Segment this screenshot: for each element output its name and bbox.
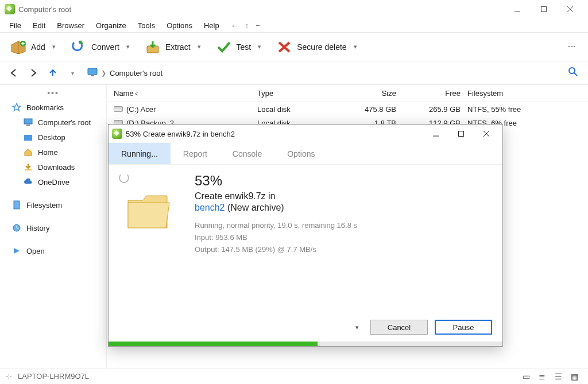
sidebar-history-label: History bbox=[26, 224, 49, 232]
window-maximize-button[interactable] bbox=[531, 0, 557, 18]
view-large-icons-button[interactable]: ▭ bbox=[518, 372, 534, 381]
menu-nav-back-icon[interactable]: ← bbox=[231, 21, 238, 30]
menu-options[interactable]: Options bbox=[161, 20, 198, 32]
column-header-filesystem[interactable]: Filesystem bbox=[464, 89, 588, 98]
dialog-close-button[interactable] bbox=[474, 126, 499, 142]
toolbar-secure-delete-button[interactable]: Secure delete ▾ bbox=[270, 36, 362, 58]
search-button[interactable] bbox=[564, 67, 582, 79]
chevron-down-icon: ▾ bbox=[354, 43, 357, 51]
nav-forward-button[interactable] bbox=[25, 65, 41, 81]
download-icon bbox=[23, 162, 33, 172]
menu-edit[interactable]: Edit bbox=[27, 20, 51, 32]
sidebar-open-label: Open bbox=[26, 247, 45, 255]
play-icon bbox=[11, 246, 22, 256]
menu-browser[interactable]: Browser bbox=[51, 20, 90, 32]
window-minimize-button[interactable] bbox=[504, 0, 531, 18]
progress-bar-fill bbox=[109, 342, 318, 346]
progress-action-text: Create enwik9.7z in bbox=[195, 191, 492, 201]
column-header-name[interactable]: Name< bbox=[114, 89, 257, 98]
svg-rect-11 bbox=[26, 125, 30, 126]
sidebar-history[interactable]: History bbox=[0, 220, 106, 235]
view-thumbnails-button[interactable]: ▦ bbox=[566, 372, 582, 381]
sidebar-item-computers-root[interactable]: Computer's root bbox=[0, 115, 106, 130]
column-header-size[interactable]: Size bbox=[349, 89, 407, 98]
view-details-button[interactable]: ☰ bbox=[550, 372, 566, 381]
check-icon bbox=[216, 39, 232, 55]
sidebar: ••• Bookmarks Computer's root Desktop Ho… bbox=[0, 85, 107, 368]
sidebar-item-label: Home bbox=[38, 148, 58, 157]
svg-rect-1 bbox=[541, 7, 547, 12]
row-size: 475.8 GB bbox=[349, 105, 407, 114]
nav-back-button[interactable] bbox=[6, 65, 22, 81]
toolbar-extract-button[interactable]: Extract ▾ bbox=[139, 36, 207, 58]
sidebar-item-home[interactable]: Home bbox=[0, 145, 106, 160]
menu-organize[interactable]: Organize bbox=[90, 20, 132, 32]
box-add-icon bbox=[10, 39, 26, 55]
menu-file[interactable]: File bbox=[3, 20, 27, 32]
tab-running[interactable]: Running... bbox=[109, 143, 171, 164]
extract-icon bbox=[145, 39, 161, 55]
spinner-icon bbox=[119, 173, 129, 183]
monitor-icon bbox=[87, 68, 98, 79]
dialog-maximize-button[interactable] bbox=[448, 126, 474, 142]
sidebar-bookmarks[interactable]: Bookmarks bbox=[0, 100, 106, 115]
window-title: Computer's root bbox=[18, 5, 71, 14]
svg-rect-6 bbox=[88, 68, 97, 75]
app-icon bbox=[112, 129, 122, 139]
nav-up-button[interactable] bbox=[45, 65, 61, 81]
toolbar-convert-button[interactable]: Convert ▾ bbox=[65, 36, 136, 58]
progress-status-2: Input: 953.6 MB bbox=[195, 232, 492, 244]
menu-help[interactable]: Help bbox=[198, 20, 225, 32]
progress-status-3: Output: 147.5 MB (29%) @ 7.7 MB/s bbox=[195, 244, 492, 256]
chevron-right-icon: ❯ bbox=[101, 69, 106, 77]
column-header-type[interactable]: Type bbox=[257, 89, 349, 98]
sidebar-item-downloads[interactable]: Downloads bbox=[0, 160, 106, 174]
menu-tools[interactable]: Tools bbox=[132, 20, 161, 32]
cloud-icon bbox=[23, 177, 33, 187]
view-list-button[interactable]: ≣ bbox=[534, 372, 550, 381]
sidebar-item-label: Computer's root bbox=[38, 118, 91, 127]
sidebar-bookmarks-label: Bookmarks bbox=[26, 103, 64, 112]
chevron-down-icon: ▾ bbox=[126, 43, 130, 51]
cancel-button[interactable]: Cancel bbox=[370, 320, 428, 335]
dialog-options-dropdown[interactable]: ▾ bbox=[355, 324, 359, 331]
menu-nav-up-icon[interactable]: ↑ bbox=[245, 21, 249, 30]
sidebar-item-desktop[interactable]: Desktop bbox=[0, 130, 106, 145]
pause-button[interactable]: Pause bbox=[435, 320, 492, 335]
sidebar-filesystem[interactable]: Filesystem bbox=[0, 197, 106, 212]
grip-icon: ⊹ bbox=[6, 372, 12, 381]
progress-path-link[interactable]: bench2 bbox=[195, 203, 225, 212]
breadcrumb-label: Computer's root bbox=[110, 69, 163, 77]
tab-console[interactable]: Console bbox=[220, 143, 274, 164]
toolbar-extract-label: Extract bbox=[165, 42, 191, 52]
menu-nav-minimize-icon[interactable]: − bbox=[256, 21, 260, 30]
dialog-minimize-button[interactable] bbox=[423, 126, 448, 142]
toolbar-overflow-button[interactable]: ⋮ bbox=[567, 42, 577, 51]
column-header-free[interactable]: Free bbox=[407, 89, 464, 98]
sidebar-item-onedrive[interactable]: OneDrive bbox=[0, 174, 106, 189]
sidebar-item-label: Desktop bbox=[38, 133, 65, 142]
row-name: (C:) Acer bbox=[126, 105, 156, 114]
dialog-title: 53% Create enwik9.7z in bench2 bbox=[126, 130, 235, 138]
sidebar-item-label: Downloads bbox=[38, 163, 75, 172]
progress-dialog: 53% Create enwik9.7z in bench2 Running..… bbox=[108, 124, 503, 347]
nav-history-dropdown[interactable]: ▾ bbox=[64, 65, 80, 81]
toolbar-test-button[interactable]: Test ▾ bbox=[210, 36, 268, 58]
breadcrumb[interactable]: ❯ Computer's root bbox=[87, 68, 163, 79]
sidebar-overflow-icon[interactable]: ••• bbox=[0, 88, 106, 100]
svg-rect-14 bbox=[14, 201, 20, 209]
tab-report[interactable]: Report bbox=[171, 143, 220, 164]
star-icon bbox=[11, 102, 22, 113]
progress-status-1: Running, normal priority, 19.0 s, remain… bbox=[195, 220, 492, 232]
tab-options[interactable]: Options bbox=[274, 143, 327, 164]
sidebar-item-label: OneDrive bbox=[38, 178, 69, 187]
toolbar-add-button[interactable]: Add ▾ bbox=[5, 36, 61, 58]
dialog-titlebar: 53% Create enwik9.7z in bench2 bbox=[109, 125, 502, 143]
dialog-tabs: Running... Report Console Options bbox=[109, 143, 502, 165]
sidebar-open[interactable]: Open bbox=[0, 243, 106, 258]
svg-point-8 bbox=[569, 68, 575, 73]
table-row[interactable]: (C:) Acer Local disk 475.8 GB 265.9 GB N… bbox=[107, 102, 588, 116]
svg-rect-10 bbox=[24, 119, 32, 124]
progress-target-text: bench2 (New archive) bbox=[195, 203, 492, 213]
window-close-button[interactable] bbox=[557, 0, 583, 18]
